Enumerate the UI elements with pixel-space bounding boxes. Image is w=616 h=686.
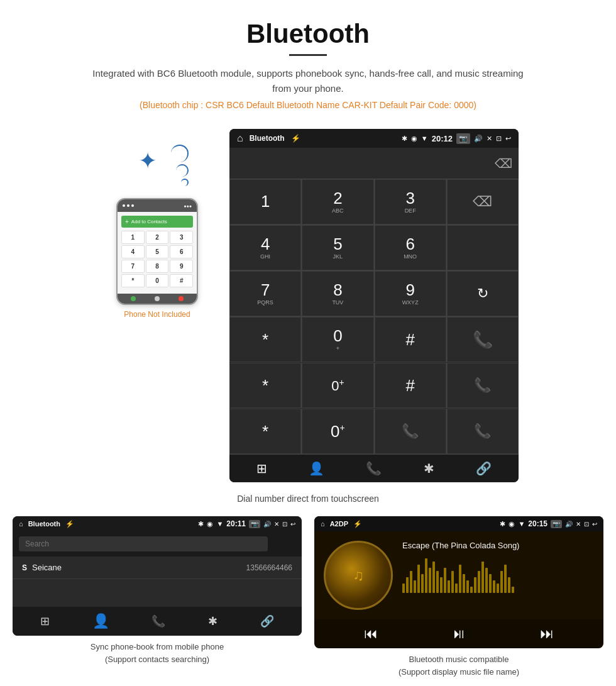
wf-bar-7 <box>425 558 427 593</box>
toolbar-grid-icon[interactable]: ⊞ <box>256 461 267 476</box>
key-hash[interactable]: # <box>375 317 446 362</box>
toolbar-person-icon[interactable]: 👤 <box>309 461 324 476</box>
pb-person-icon[interactable]: 👤 <box>92 613 109 629</box>
music-full-icon[interactable]: ⊡ <box>584 521 589 528</box>
phone-key-8[interactable]: 8 <box>146 260 169 273</box>
music-close-icon[interactable]: ✕ <box>576 521 581 528</box>
phone-key-7[interactable]: 7 <box>121 260 145 273</box>
camera-icon[interactable]: 📷 <box>456 133 470 144</box>
music-waveform <box>402 555 594 593</box>
music-next-button[interactable]: ⏭ <box>540 626 554 642</box>
phone-key-9[interactable]: 9 <box>170 260 193 273</box>
phone-signal-dots <box>123 204 134 207</box>
music-camera-icon[interactable]: 📷 <box>551 520 562 528</box>
wf-bar-12 <box>444 568 446 593</box>
phone-key-1[interactable]: 1 <box>121 231 145 244</box>
phone-green-btn[interactable] <box>131 296 136 301</box>
phone-red-btn[interactable] <box>179 296 184 301</box>
wave-small <box>181 179 189 186</box>
key-5[interactable]: 5 JKL <box>302 225 373 270</box>
phone-key-4[interactable]: 4 <box>121 245 145 258</box>
music-caption-line1: Bluetooth music compatible <box>409 655 509 664</box>
pb-status-right: ✱ ◉ ▼ 20:11 📷 🔊 ✕ ⊡ ↩ <box>198 519 295 528</box>
key-5-alpha: JKL <box>333 253 343 260</box>
key-star-c[interactable]: * <box>229 409 301 454</box>
page-subtitle: Integrated with BC6 Bluetooth module, su… <box>88 66 528 96</box>
music-vol-icon[interactable]: 🔊 <box>565 521 573 528</box>
phonebook-block: ⌂ Bluetooth ⚡ ✱ ◉ ▼ 20:11 📷 🔊 ✕ ⊡ ↩ <box>13 516 302 678</box>
pb-link-icon[interactable]: 🔗 <box>260 614 274 628</box>
pb-back-icon[interactable]: ↩ <box>290 521 295 528</box>
key-7[interactable]: 7 PQRS <box>229 271 301 316</box>
phone-key-3[interactable]: 3 <box>170 231 193 244</box>
pb-search-input[interactable] <box>19 536 268 551</box>
phone-mockup: ●●● + Add to Contacts 1 2 3 4 5 6 7 8 9 <box>116 198 198 305</box>
phone-key-5[interactable]: 5 <box>146 245 169 258</box>
key-4[interactable]: 4 GHI <box>229 225 301 270</box>
music-caption-line2: (Support display music file name) <box>399 667 519 677</box>
key-refresh[interactable]: ↻ <box>447 271 519 316</box>
key-6-alpha: MNO <box>404 253 417 260</box>
key-0-b[interactable]: 0+ <box>302 363 373 408</box>
phone-home-btn[interactable] <box>155 296 160 301</box>
key-2[interactable]: 2 ABC <box>302 179 373 224</box>
phone-key-0[interactable]: 0 <box>146 274 169 287</box>
music-title-label: A2DP <box>330 520 348 528</box>
wf-bar-21 <box>478 571 480 593</box>
phonebook-caption-line2: (Support contacts searching) <box>105 655 209 664</box>
pb-home-icon[interactable]: ⌂ <box>19 520 23 528</box>
pb-close-icon[interactable]: ✕ <box>274 521 279 528</box>
call-button[interactable]: 📞 <box>375 409 446 454</box>
key-8[interactable]: 8 TUV <box>302 271 373 316</box>
music-screen: ⌂ A2DP ⚡ ✱ ◉ ▼ 20:15 📷 🔊 ✕ ⊡ ↩ <box>314 516 603 648</box>
toolbar-link-icon[interactable]: 🔗 <box>476 461 492 476</box>
music-back-icon[interactable]: ↩ <box>592 521 597 528</box>
phone-key-6[interactable]: 6 <box>170 245 193 258</box>
phone-key-hash[interactable]: # <box>170 274 193 287</box>
key-4-alpha: GHI <box>260 253 270 260</box>
key-6[interactable]: 6 MNO <box>375 225 446 270</box>
key-row2-empty <box>447 225 519 270</box>
wf-bar-24 <box>489 574 492 593</box>
music-play-button[interactable]: ⏯ <box>452 626 466 642</box>
toolbar-bt-icon[interactable]: ✱ <box>424 461 434 476</box>
end-call-button[interactable]: 📞 <box>447 317 519 362</box>
volume-icon[interactable]: 🔊 <box>474 135 483 143</box>
main-section: ✦ ●●● + Add to Contacts <box>0 129 616 482</box>
music-prev-button[interactable]: ⏮ <box>364 626 378 642</box>
key-2-alpha: ABC <box>332 207 344 214</box>
pb-full-icon[interactable]: ⊡ <box>282 521 287 528</box>
music-loc-icon: ◉ <box>509 520 515 528</box>
wf-bar-6 <box>421 574 424 593</box>
pb-grid-icon[interactable]: ⊞ <box>40 614 50 628</box>
key-0-c[interactable]: 0+ <box>302 409 373 454</box>
music-home-icon[interactable]: ⌂ <box>321 520 325 528</box>
hangup-button[interactable]: 📞 <box>447 363 519 408</box>
key-1[interactable]: 1 <box>229 179 301 224</box>
key-0[interactable]: 0 + <box>302 317 373 362</box>
music-wifi-icon: ▼ <box>518 520 525 528</box>
toolbar-phone-icon[interactable]: 📞 <box>366 461 382 476</box>
close-icon[interactable]: ✕ <box>487 135 492 143</box>
pb-wifi-icon: ▼ <box>216 520 223 528</box>
key-3[interactable]: 3 DEF <box>375 179 446 224</box>
pb-camera-icon[interactable]: 📷 <box>249 520 260 528</box>
backspace-button[interactable]: ⌫ <box>495 156 512 171</box>
wf-bar-22 <box>481 562 484 593</box>
key-hash-b[interactable]: # <box>375 363 446 408</box>
fullscreen-icon[interactable]: ⊡ <box>496 135 502 143</box>
wf-bar-20 <box>474 577 476 593</box>
home-icon[interactable]: ⌂ <box>237 133 243 144</box>
phone-key-2[interactable]: 2 <box>146 231 169 244</box>
key-star[interactable]: * <box>229 317 301 362</box>
back-icon[interactable]: ↩ <box>505 135 511 143</box>
key-star-b[interactable]: * <box>229 363 301 408</box>
end-call-b[interactable]: 📞 <box>447 409 519 454</box>
pb-bt-toolbar-icon[interactable]: ✱ <box>208 614 217 628</box>
pb-contact-row[interactable]: S Seicane 13566664466 <box>13 556 302 579</box>
pb-phone-icon[interactable]: 📞 <box>151 614 165 628</box>
key-9[interactable]: 9 WXYZ <box>375 271 446 316</box>
pb-vol-icon[interactable]: 🔊 <box>263 521 271 528</box>
phone-key-star[interactable]: * <box>121 274 145 287</box>
backspace-icon-right[interactable]: ⌫ <box>473 194 492 210</box>
